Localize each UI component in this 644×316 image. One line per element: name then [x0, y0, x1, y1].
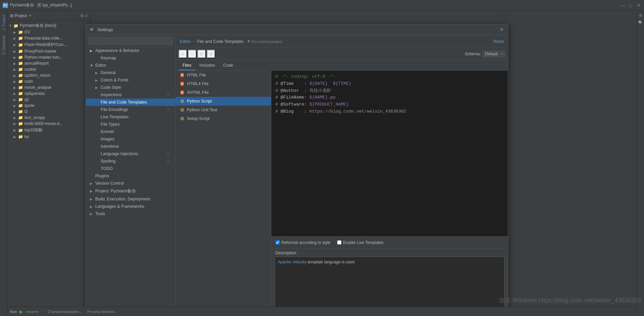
list-item[interactable]: ▶📁cpafirm_return [7, 72, 90, 78]
tree-arrow: ▶ [13, 92, 18, 96]
arrow-icon: ▶ [90, 49, 95, 53]
sidebar-item-keymap[interactable]: ▶ Keymap [86, 54, 175, 62]
list-item[interactable]: ▶📁Financial-data-colle... [7, 35, 90, 41]
run-play-button[interactable]: ▶ [19, 309, 23, 314]
list-item[interactable]: ▶📁movie_analyse [7, 84, 90, 90]
sidebar-item-file-types[interactable]: ▶ File Types [86, 121, 175, 128]
close-button[interactable]: ✕ [636, 3, 641, 8]
remove-template-button[interactable]: − [188, 50, 197, 58]
live-templates-checkbox[interactable]: Enable Live Templates [337, 240, 384, 245]
sidebar-item-language-injections[interactable]: ▶ Language Injections ⊙ [86, 150, 175, 157]
list-item[interactable]: ▶📁Python-crawler-tuto... [7, 54, 90, 60]
settings-search-input[interactable] [89, 37, 173, 45]
list-item[interactable]: ▶📁test_scrapy [7, 115, 90, 121]
add-template-button[interactable]: + [178, 50, 187, 58]
sidebar-item-editor[interactable]: ▼ Editor [86, 62, 175, 69]
sidebar-item-project[interactable]: ▶ Project: Pycharm备份 [86, 187, 175, 195]
sidebar-item-label: TODO [101, 166, 113, 171]
tree-arrow: ▶ [13, 56, 18, 59]
tab-code[interactable]: Code [219, 61, 237, 70]
reset-template-button[interactable]: ↺ [207, 50, 215, 58]
breadcrumb-parent[interactable]: Editor [180, 39, 191, 44]
sidebar-item-label: Keymap [101, 56, 116, 60]
list-item[interactable]: ⚙ Python Script [176, 97, 271, 106]
sidebar-item-tools[interactable]: ▶ Tools [86, 210, 175, 217]
reformat-checkbox-input[interactable] [275, 240, 280, 245]
arrow-icon: ▶ [90, 212, 95, 216]
sidebar-item-label: Live Templates [101, 115, 128, 119]
app-title-bar: PC Pycharm备份 - [E:\py_shiyan\Py...] — □ … [0, 0, 644, 11]
sidebar-item-label: Spelling [101, 159, 115, 164]
list-item[interactable]: ▶📁annualReport [7, 60, 90, 66]
maximize-button[interactable]: □ [628, 3, 633, 8]
editor-options: Reformat according to style Enable Live … [271, 236, 508, 248]
list-item[interactable]: ▶📁ProxyPool-master [7, 48, 90, 54]
list-item[interactable]: ▶📁tmdb-5000-movie-d... [7, 121, 90, 127]
sidebar-item-code-style[interactable]: ▶ Code Style [86, 84, 175, 91]
right-sidebar-icon[interactable]: ⚙ [638, 12, 643, 19]
minimize-button[interactable]: — [620, 3, 625, 8]
list-item[interactable]: ▶📁top10指数 [7, 127, 90, 134]
terminal-path: D:\anaconda\pytho... [48, 310, 82, 314]
badge-icon: ⊙ [167, 159, 171, 164]
code-editor[interactable]: # -*- coding: utf-8 -*- # @Time : ${DATE… [271, 71, 508, 236]
project-scope-badge[interactable]: ⚑ For current project [247, 40, 282, 44]
tab-includes[interactable]: Includes [195, 61, 219, 70]
list-item[interactable]: ▶📁tur [7, 134, 90, 140]
sidebar-item-file-code-templates[interactable]: ▶ File and Code Templates ⊙ [86, 99, 175, 106]
sidebar-item-intentions[interactable]: ▶ Intentions [86, 143, 175, 150]
sidebar-item-colors-fonts[interactable]: ▶ Colors & Fonts [86, 76, 175, 84]
right-sidebar-icon-2[interactable]: 🔍 [638, 19, 644, 26]
settings-dialog-title: Settings [97, 27, 499, 32]
sidebar-item-emmet[interactable]: ▶ Emmet [86, 128, 175, 135]
sidebar-item-spelling[interactable]: ▶ Spelling ⊙ [86, 157, 175, 165]
project-settings-icon[interactable]: ⚙ [80, 13, 84, 18]
apache-velocity-link[interactable]: Apache Velocity [278, 260, 306, 264]
sidebar-item-todo[interactable]: ▶ TODO [86, 165, 175, 172]
list-item[interactable]: ▶📁csdn [7, 78, 90, 84]
project-dropdown[interactable]: ▼ [29, 14, 32, 17]
sidebar-item-file-encodings[interactable]: ▶ File Encodings ⊙ [86, 106, 175, 113]
list-item[interactable]: ⚙ Setup Script [176, 114, 271, 123]
sidebar-item-structure[interactable]: 2: Structure [1, 33, 6, 57]
project-panel-header: ⊞ Project ▼ ⚙ ≡ [7, 11, 90, 21]
list-item[interactable]: ▶📁t2 [7, 109, 90, 115]
live-templates-checkbox-input[interactable] [337, 240, 341, 245]
file-list: H HTML File H HTML4 File H XHTML File [176, 71, 271, 315]
sidebar-item-live-templates[interactable]: ▶ Live Templates [86, 113, 175, 121]
sidebar-item-images[interactable]: ▶ Images [86, 135, 175, 143]
sidebar-item-label: Tools [95, 211, 105, 216]
code-line: # -*- coding: utf-8 -*- [275, 73, 504, 80]
tab-files[interactable]: Files [178, 61, 195, 70]
project-more-icon[interactable]: ≡ [85, 13, 88, 18]
sidebar-item-project[interactable]: 1: Project [1, 12, 6, 33]
reset-button[interactable]: Reset [493, 39, 504, 44]
sidebar-item-appearance[interactable]: ▶ Appearance & Behavior [86, 47, 175, 54]
tree-root[interactable]: ▼ 📁 Pycharm备份 [lianxi] [7, 22, 90, 29]
list-item[interactable]: ▶📁np&pandas [7, 90, 90, 97]
code-content[interactable]: # -*- coding: utf-8 -*- # @Time : ${DATE… [271, 71, 508, 236]
copy-template-button[interactable]: ⎘ [197, 50, 206, 58]
settings-close-button[interactable]: ✕ [499, 26, 504, 33]
run-label[interactable]: Run [10, 310, 17, 314]
list-item[interactable]: ▶📁cookie [7, 66, 90, 72]
sidebar-item-plugins[interactable]: ▶ Plugins [86, 172, 175, 180]
sidebar-item-label: File and Code Templates [101, 100, 147, 105]
list-item[interactable]: ⚙ Python Unit Test [176, 106, 271, 114]
list-item[interactable]: H XHTML File [176, 88, 271, 97]
list-item[interactable]: ▶📁CV [7, 29, 90, 35]
sidebar-item-languages[interactable]: ▶ Languages & Frameworks [86, 203, 175, 210]
list-item[interactable]: H HTML File [176, 71, 271, 79]
reformat-checkbox[interactable]: Reformat according to style [275, 240, 330, 245]
sidebar-item-general[interactable]: ▶ General [86, 69, 175, 76]
list-item[interactable]: ▶📁quote [7, 103, 90, 109]
sidebar-item-label: Appearance & Behavior [95, 48, 140, 53]
tree-arrow: ▶ [13, 80, 18, 83]
sidebar-item-inspections[interactable]: ▶ Inspections ⊙ [86, 91, 175, 99]
sidebar-item-version-control[interactable]: ▶ Version Control [86, 180, 175, 187]
schema-select[interactable]: Default Project [483, 51, 505, 57]
list-item[interactable]: ▶📁q2 [7, 97, 90, 103]
list-item[interactable]: H HTML4 File [176, 79, 271, 88]
sidebar-item-build[interactable]: ▶ Build, Execution, Deployment [86, 195, 175, 203]
list-item[interactable]: ▶📁Flask+Redis维护/Coo... [7, 41, 90, 48]
